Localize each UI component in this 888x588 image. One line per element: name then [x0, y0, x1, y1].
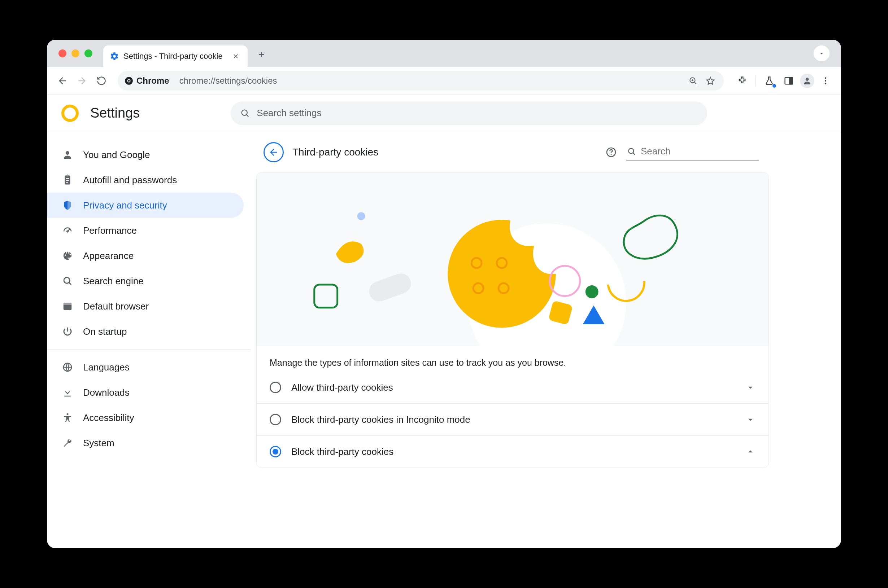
radio-checked-icon [270, 446, 281, 458]
sidebar-item-downloads[interactable]: Downloads [47, 380, 243, 405]
sidebar-label: Privacy and security [83, 200, 167, 211]
sidebar-label: Languages [83, 362, 129, 373]
svg-point-10 [242, 110, 247, 115]
close-tab-button[interactable] [231, 51, 241, 62]
browser-window: Settings - Third-party cookie [47, 40, 841, 548]
svg-point-8 [825, 80, 826, 81]
svg-point-30 [586, 285, 598, 298]
svg-rect-23 [367, 270, 414, 304]
svg-point-19 [611, 154, 612, 155]
profile-avatar[interactable] [800, 74, 814, 88]
sidebar-label: System [83, 438, 114, 449]
zoom-icon[interactable] [685, 73, 701, 88]
search-settings-placeholder: Search settings [257, 108, 321, 118]
toolbar-actions [732, 72, 834, 89]
close-window-button[interactable] [59, 50, 66, 57]
sidebar-item-search-engine[interactable]: Search engine [47, 268, 243, 294]
svg-point-13 [64, 278, 70, 283]
sidebar-label: Appearance [83, 250, 134, 261]
svg-point-12 [67, 231, 68, 232]
cookies-description: Manage the types of information sites ca… [257, 346, 769, 372]
settings-header: Settings Search settings [47, 94, 841, 132]
tab-title: Settings - Third-party cookie [123, 52, 223, 61]
globe-icon [62, 361, 74, 374]
side-panel-icon[interactable] [780, 72, 797, 89]
sidebar-item-system[interactable]: System [47, 430, 243, 456]
minimize-window-button[interactable] [72, 50, 80, 57]
gear-icon [110, 52, 119, 61]
labs-icon[interactable] [761, 72, 778, 89]
chevron-up-icon[interactable] [745, 447, 756, 457]
sidebar-item-autofill[interactable]: Autofill and passwords [47, 167, 243, 193]
person-icon [62, 148, 74, 161]
panel-header: Third-party cookies [256, 132, 769, 172]
wrench-icon [62, 437, 74, 449]
option-block-third-party[interactable]: Block third-party cookies [257, 435, 769, 468]
extensions-icon[interactable] [734, 72, 750, 89]
svg-point-20 [628, 148, 634, 153]
sidebar-label: Performance [83, 225, 137, 236]
chevron-down-icon[interactable] [745, 414, 756, 424]
radio-unchecked-icon [270, 382, 281, 393]
address-bar[interactable]: Chrome chrome://settings/cookies [118, 71, 724, 90]
sidebar-label: Autofill and passwords [83, 175, 177, 186]
more-menu-icon[interactable] [817, 72, 834, 89]
svg-point-9 [825, 82, 826, 84]
sidebar-label: Default browser [83, 301, 149, 312]
browser-icon [62, 300, 74, 312]
bookmark-icon[interactable] [703, 73, 718, 88]
option-label: Allow third-party cookies [291, 382, 393, 393]
sidebar-item-performance[interactable]: Performance [47, 218, 243, 243]
sidebar-item-default-browser[interactable]: Default browser [47, 294, 243, 319]
sidebar-label: Accessibility [83, 412, 134, 423]
svg-rect-5 [789, 77, 792, 84]
forward-button[interactable] [74, 72, 90, 89]
settings-sidebar: You and Google Autofill and passwords Pr… [47, 132, 256, 548]
sidebar-item-appearance[interactable]: Appearance [47, 243, 243, 268]
sidebar-item-on-startup[interactable]: On startup [47, 319, 243, 344]
speedometer-icon [62, 224, 74, 237]
panel-back-button[interactable] [263, 142, 284, 162]
svg-point-2 [128, 80, 130, 81]
search-icon [62, 275, 74, 287]
sidebar-item-you-and-google[interactable]: You and Google [47, 142, 243, 167]
back-button[interactable] [54, 72, 71, 89]
chevron-down-icon[interactable] [745, 382, 756, 393]
panel-search-input[interactable] [641, 146, 758, 157]
option-allow-third-party[interactable]: Allow third-party cookies [257, 372, 769, 403]
option-block-incognito[interactable]: Block third-party cookies in Incognito m… [257, 403, 769, 435]
settings-content: Settings Search settings You and Google … [47, 94, 841, 548]
sidebar-item-accessibility[interactable]: Accessibility [47, 405, 243, 430]
settings-main: Third-party cookies [256, 132, 841, 548]
toolbar-divider [756, 75, 756, 86]
fullscreen-window-button[interactable] [84, 50, 92, 57]
svg-point-7 [825, 77, 826, 79]
palette-icon [62, 250, 74, 262]
svg-point-11 [66, 151, 69, 155]
browser-tab[interactable]: Settings - Third-party cookie [103, 45, 248, 67]
help-icon[interactable] [604, 145, 618, 159]
window-controls [59, 50, 92, 57]
search-settings-input[interactable]: Search settings [231, 101, 707, 125]
panel-search[interactable] [626, 144, 759, 161]
sidebar-label: On startup [83, 326, 127, 337]
option-label: Block third-party cookies in Incognito m… [291, 414, 470, 425]
reload-button[interactable] [93, 72, 110, 89]
cookies-card: Manage the types of information sites ca… [256, 172, 769, 468]
cookies-illustration [257, 173, 769, 346]
download-icon [62, 386, 74, 399]
browser-toolbar: Chrome chrome://settings/cookies [47, 67, 841, 94]
sidebar-label: Downloads [83, 387, 129, 398]
chrome-canary-logo [62, 105, 79, 122]
svg-point-6 [806, 78, 809, 81]
option-label: Block third-party cookies [291, 446, 394, 458]
clipboard-icon [62, 174, 74, 186]
new-tab-button[interactable] [254, 47, 269, 62]
sidebar-item-privacy[interactable]: Privacy and security [47, 193, 243, 218]
chrome-icon [124, 76, 134, 86]
accessibility-icon [62, 412, 74, 424]
tab-search-button[interactable] [814, 45, 829, 62]
cookie-options: Allow third-party cookies Block third-pa… [257, 372, 769, 468]
sidebar-item-languages[interactable]: Languages [47, 355, 243, 380]
search-icon [240, 108, 250, 118]
